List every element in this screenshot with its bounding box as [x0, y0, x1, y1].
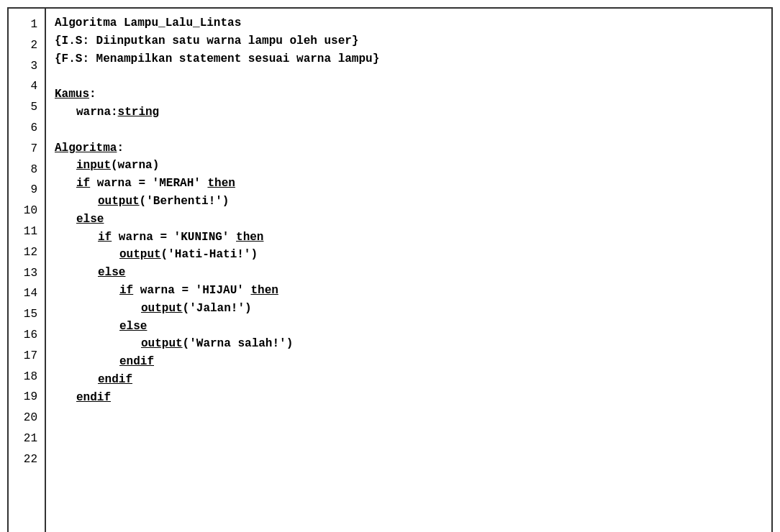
line-number-7: 7: [9, 139, 45, 160]
keyword-span: Kamus: [55, 88, 89, 101]
code-line-1: Algoritma Lampu_Lalu_Lintas: [55, 14, 771, 32]
code-line-6: warna:string: [55, 104, 771, 121]
line-number-21: 21: [9, 428, 45, 449]
code-line-20: endif: [55, 353, 771, 371]
code-span: {F.S: Menampilkan statement sesuai warna…: [55, 52, 379, 65]
line-number-16: 16: [9, 325, 45, 346]
code-span: :: [89, 88, 96, 101]
keyword-span: if: [119, 284, 133, 297]
keyword-span: output: [119, 248, 161, 261]
keyword-span: output: [141, 337, 183, 350]
line-number-12: 12: [9, 242, 45, 263]
code-line-22: endif: [55, 389, 771, 407]
code-line-16: if warna = 'HIJAU' then: [55, 282, 771, 300]
line-number-9: 9: [9, 180, 45, 201]
code-line-19: output('Warna salah!'): [55, 335, 771, 353]
keyword-span: output: [98, 195, 140, 208]
line-number-13: 13: [9, 263, 45, 284]
keyword-span: output: [141, 302, 183, 315]
keyword-span: if: [76, 177, 90, 190]
line-number-19: 19: [9, 387, 45, 408]
line-number-17: 17: [9, 346, 45, 367]
code-line-5: Kamus:: [55, 86, 771, 104]
keyword-span: Algoritma: [55, 142, 117, 155]
code-span: ('Warna salah!'): [183, 337, 294, 350]
code-line-12: else: [55, 211, 771, 229]
code-area: Algoritma Lampu_Lalu_Lintas{I.S: Diinput…: [46, 9, 771, 532]
line-number-20: 20: [9, 408, 45, 428]
line-numbers: 12345678910111213141516171819202122: [9, 9, 46, 532]
code-span: ('Berhenti!'): [140, 195, 230, 208]
line-number-11: 11: [9, 221, 45, 242]
code-line-14: output('Hati-Hati!'): [55, 246, 771, 264]
code-line-8: Algoritma:: [55, 139, 771, 157]
code-line-17: output('Jalan!'): [55, 300, 771, 318]
code-span: ('Hati-Hati!'): [161, 248, 258, 261]
line-number-3: 3: [9, 56, 45, 77]
line-number-2: 2: [9, 35, 45, 56]
code-span: ('Jalan!'): [183, 302, 252, 315]
code-line-7: [55, 121, 771, 139]
line-number-8: 8: [9, 160, 45, 180]
code-span: (warna): [111, 159, 159, 172]
line-number-22: 22: [9, 449, 45, 470]
code-span: warna = 'KUNING': [112, 231, 236, 244]
code-container: 12345678910111213141516171819202122 Algo…: [7, 7, 773, 532]
code-span: {I.S: Diinputkan satu warna lampu oleh u…: [55, 35, 358, 47]
line-number-5: 5: [9, 97, 45, 118]
keyword-span: endif: [76, 391, 111, 404]
keyword-span: string: [118, 106, 160, 119]
keyword-span: else: [119, 320, 147, 333]
line-number-10: 10: [9, 201, 45, 221]
code-span: warna:: [76, 106, 118, 119]
line-number-18: 18: [9, 367, 45, 387]
line-number-1: 1: [9, 14, 45, 35]
code-span: warna = 'HIJAU': [133, 284, 250, 297]
code-line-4: [55, 68, 771, 86]
code-span: Algoritma Lampu_Lalu_Lintas: [55, 17, 241, 29]
keyword-span: endif: [119, 355, 154, 368]
line-number-15: 15: [9, 304, 45, 325]
keyword-span: else: [76, 213, 104, 226]
code-line-9: input(warna): [55, 157, 771, 175]
code-line-2: {I.S: Diinputkan satu warna lampu oleh u…: [55, 32, 771, 50]
code-line-21: endif: [55, 371, 771, 389]
keyword-span: else: [98, 266, 125, 279]
code-line-15: else: [55, 264, 771, 282]
line-number-6: 6: [9, 118, 45, 139]
code-line-11: output('Berhenti!'): [55, 193, 771, 211]
code-span: warna = 'MERAH': [90, 177, 207, 190]
keyword-span: then: [236, 231, 263, 244]
code-line-18: else: [55, 318, 771, 336]
keyword-span: input: [76, 159, 111, 172]
code-span: :: [117, 142, 124, 155]
keyword-span: endif: [98, 373, 132, 386]
code-line-13: if warna = 'KUNING' then: [55, 229, 771, 247]
code-line-10: if warna = 'MERAH' then: [55, 175, 771, 193]
line-number-14: 14: [9, 283, 45, 304]
line-number-4: 4: [9, 76, 45, 97]
keyword-span: then: [207, 177, 235, 190]
code-line-3: {F.S: Menampilkan statement sesuai warna…: [55, 50, 771, 68]
keyword-span: if: [98, 231, 112, 244]
keyword-span: then: [250, 284, 278, 297]
